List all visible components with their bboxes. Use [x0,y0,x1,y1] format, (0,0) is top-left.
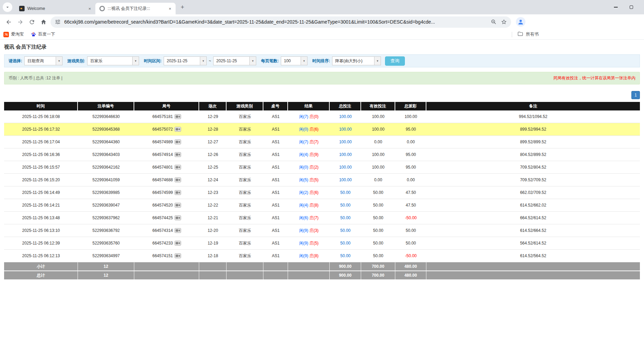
total-bet-link[interactable]: 50.00 [340,190,351,195]
home-button[interactable] [38,16,49,28]
video-replay-icon[interactable] [175,241,181,246]
new-tab-button[interactable] [178,2,187,12]
query-type-select[interactable]: 日期查询 [24,56,63,65]
video-replay-icon[interactable] [175,253,181,258]
reload-button[interactable] [26,16,38,28]
cell-game-type: 百家乐 [227,161,263,174]
video-replay-icon[interactable] [175,165,181,170]
video-replay-icon[interactable] [175,228,181,233]
cell-session: 12-22 [199,199,227,212]
banker-result: 庄(5) [310,241,319,246]
cell-note: 564.52/614.52 [426,237,640,250]
total-bet-link[interactable]: 50.00 [340,215,351,220]
cell-table: AS1 [263,161,288,174]
date-end-select[interactable]: 2025-11-25 [213,56,256,65]
player-result: 闲(0) [299,127,309,132]
video-replay-icon[interactable] [175,114,181,119]
cell-note: 662.02/709.52 [426,186,640,199]
browser-tab-betrecord[interactable]: :::视讯 会员下注纪录::: [95,3,176,14]
tab-title: Welcome [27,6,87,11]
browser-tab-welcome[interactable]: Welcome [15,3,95,14]
total-bet-link[interactable]: 50.00 [340,228,351,233]
banker-result: 庄(7) [310,140,319,144]
table-row: 2025-11-25 06:15:57 522993642162 6645748… [4,161,640,174]
cell-total-bet: 50.00 [330,250,361,262]
total-bet-link[interactable]: 100.00 [339,127,352,132]
total-bet-link[interactable]: 50.00 [340,241,351,246]
tab-close-icon[interactable] [167,6,173,12]
cell-time: 2025-11-25 06:13:48 [4,212,78,224]
all-bookmarks[interactable]: 所有书 [512,31,539,38]
bookmark-star-icon[interactable] [501,19,507,25]
maximize-button[interactable] [624,0,639,14]
cell-game-type: 百家乐 [227,123,263,136]
cell-total-bet: 100.00 [330,136,361,148]
cell-game-type: 百家乐 [227,250,263,262]
video-replay-icon[interactable] [175,177,181,182]
banker-result: 庄(6) [310,127,319,132]
sort-select[interactable]: 降幂(由大到小) [332,56,381,65]
cell-valid-bet: 50.00 [361,212,395,224]
page-button-1[interactable]: 1 [631,91,640,99]
cell-total-bet: 50.00 [330,224,361,237]
address-bar[interactable]: 66cxkj98.com/game/betrecord_search/kind3… [51,16,511,28]
cell-time: 2025-11-25 06:16:36 [4,148,78,161]
video-replay-icon[interactable] [175,127,181,132]
bookmark-baidu[interactable]: 百度一下 [31,31,55,37]
minimize-button[interactable] [608,0,624,14]
table-row: 2025-11-25 06:17:04 522993644360 6645749… [4,136,640,148]
header-round: 局号 [134,102,199,110]
summary-note-text: 同局有效投注，统一计算在该局第一张注单内 [553,75,635,81]
date-start-select[interactable]: 2025-11-25 [164,56,207,65]
total-bet-link[interactable]: 100.00 [339,140,352,144]
cell-round: 664575072 [134,123,199,136]
cell-valid-bet: 100.00 [361,123,395,136]
cell-result: 闲(7) 庄(0) [288,110,330,123]
cell-result: 闲(9) 庄(5) [288,237,330,250]
site-info-icon[interactable] [55,19,61,25]
cell-result: 闲(2) 庄(6) [288,186,330,199]
player-result: 闲(5) [299,177,309,182]
tab-search-button[interactable] [3,2,12,12]
total-bet-link[interactable]: 100.00 [339,177,352,182]
cell-game-type: 百家乐 [227,174,263,186]
subtotal-total-bet: 900.00 [330,262,361,271]
bookmarks-bar: 淘 爱淘宝 百度一下 所有书 [0,29,644,40]
cell-time: 2025-11-25 06:13:10 [4,224,78,237]
video-replay-icon[interactable] [175,140,181,144]
tab-close-icon[interactable] [87,6,93,12]
page-size-select[interactable]: 100 [281,56,307,65]
video-replay-icon[interactable] [175,152,181,157]
search-button[interactable]: 查询 [385,56,405,66]
forward-button[interactable] [14,16,26,28]
total-bet-link[interactable]: 100.00 [339,165,352,170]
cell-session: 12-25 [199,161,227,174]
total-bet-link[interactable]: 100.00 [339,114,352,119]
total-bet-link[interactable]: 50.00 [340,203,351,208]
cell-bet-id: 522993645368 [78,123,134,136]
back-icon [5,19,12,25]
cell-total-bet: 100.00 [330,161,361,174]
table-row: 2025-11-25 06:16:36 522993643403 6645749… [4,148,640,161]
total-bet-link[interactable]: 50.00 [340,253,351,258]
player-result: 闲(0) [299,165,309,170]
profile-avatar[interactable] [516,17,525,27]
zoom-icon[interactable] [491,19,497,25]
table-row: 2025-11-25 06:12:39 522993635760 6645742… [4,237,640,250]
total-bet-link[interactable]: 100.00 [339,152,352,157]
cell-note: 804.52/899.52 [426,148,640,161]
cell-bet-id: 522993636792 [78,224,134,237]
game-type-select[interactable]: 百家乐 [87,56,139,65]
cell-note: 899.52/899.52 [426,136,640,148]
cell-payout: 95.00 [395,123,426,136]
bookmark-taobao[interactable]: 淘 爱淘宝 [3,31,24,37]
video-replay-icon[interactable] [175,203,181,208]
cell-valid-bet: 0.00 [361,136,395,148]
cell-payout: 50.00 [395,224,426,237]
video-replay-icon[interactable] [175,215,181,220]
back-button[interactable] [3,16,14,28]
browser-toolbar: 66cxkj98.com/game/betrecord_search/kind3… [0,14,644,29]
cell-game-type: 百家乐 [227,136,263,148]
taobao-icon: 淘 [3,32,9,37]
video-replay-icon[interactable] [175,190,181,195]
